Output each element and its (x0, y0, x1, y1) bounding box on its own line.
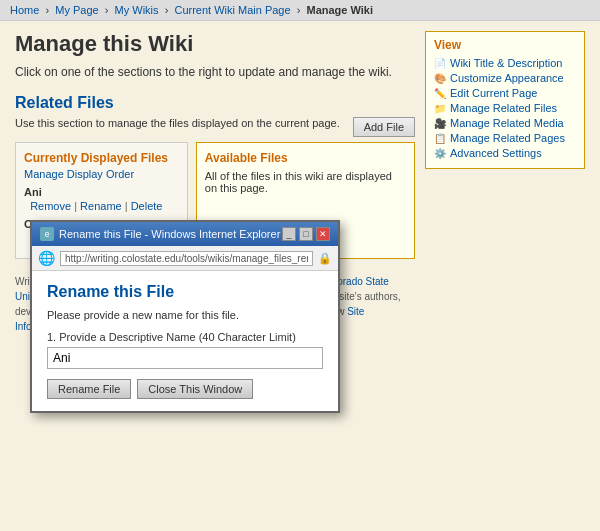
file-name-ani: Ani (24, 186, 179, 198)
document-icon: 📄 (434, 57, 446, 69)
sidebar-item-edit[interactable]: ✏️ Edit Current Page (434, 87, 576, 99)
file-actions-ani: Remove | Rename | Delete (24, 200, 179, 212)
edit-page-link[interactable]: Edit Current Page (450, 87, 537, 99)
popup-title-text: Rename this File - Windows Internet Expl… (59, 228, 280, 240)
current-files-title: Currently Displayed Files (24, 151, 179, 165)
breadcrumb-mypage[interactable]: My Page (55, 4, 98, 16)
popup-field-label: 1. Provide a Descriptive Name (40 Charac… (47, 331, 323, 343)
maximize-button[interactable]: □ (299, 227, 313, 241)
popup-content: Rename this File Please provide a new na… (32, 271, 338, 411)
popup-field-hint: (40 Character Limit) (199, 331, 296, 343)
section-intro: Use this section to manage the files dis… (15, 117, 340, 129)
close-window-button[interactable]: Close This Window (137, 379, 253, 399)
add-file-button[interactable]: Add File (353, 117, 415, 137)
paint-icon: 🎨 (434, 72, 446, 84)
manage-related-files-link[interactable]: Manage Related Files (450, 102, 557, 114)
manage-display-order-link[interactable]: Manage Display Order (24, 168, 179, 180)
breadcrumb: Home › My Page › My Wikis › Current Wiki… (0, 0, 600, 21)
view-panel: View 📄 Wiki Title & Description 🎨 Custom… (425, 31, 585, 169)
sidebar: View 📄 Wiki Title & Description 🎨 Custom… (425, 31, 585, 339)
popup-buttons: Rename File Close This Window (47, 379, 323, 399)
breadcrumb-home[interactable]: Home (10, 4, 39, 16)
breadcrumb-currentwiki[interactable]: Current Wiki Main Page (174, 4, 290, 16)
lock-icon: 🔒 (318, 252, 332, 265)
popup-titlebar-left: e Rename this File - Windows Internet Ex… (40, 227, 280, 241)
rename-ani-link[interactable]: Rename (80, 200, 122, 212)
page-title: Manage this Wiki (15, 31, 415, 57)
pages-icon: 📋 (434, 132, 446, 144)
advanced-settings-link[interactable]: Advanced Settings (450, 147, 542, 159)
close-button[interactable]: ✕ (316, 227, 330, 241)
breadcrumb-mywikis[interactable]: My Wikis (115, 4, 159, 16)
page-intro: Click on one of the sections to the righ… (15, 65, 415, 79)
gear-icon: ⚙️ (434, 147, 446, 159)
popup-dialog: e Rename this File - Windows Internet Ex… (30, 220, 340, 413)
breadcrumb-current: Manage Wiki (306, 4, 373, 16)
media-icon: 🎥 (434, 117, 446, 129)
remove-ani-link[interactable]: Remove (30, 200, 71, 212)
popup-titlebar: e Rename this File - Windows Internet Ex… (32, 222, 338, 246)
popup-dialog-desc: Please provide a new name for this file. (47, 309, 323, 321)
section-title: Related Files (15, 94, 415, 112)
manage-related-media-link[interactable]: Manage Related Media (450, 117, 564, 129)
folder-icon: 📁 (434, 102, 446, 114)
manage-related-pages-link[interactable]: Manage Related Pages (450, 132, 565, 144)
sidebar-item-related-media[interactable]: 🎥 Manage Related Media (434, 117, 576, 129)
main-page: Home › My Page › My Wikis › Current Wiki… (0, 0, 600, 531)
sidebar-item-customize[interactable]: 🎨 Customize Appearance (434, 72, 576, 84)
view-panel-title: View (434, 38, 576, 52)
popup-address-bar: 🌐 🔒 (32, 246, 338, 271)
popup-dialog-title: Rename this File (47, 283, 323, 301)
delete-ani-link[interactable]: Delete (131, 200, 163, 212)
available-files-message: All of the files in this wiki are displa… (205, 170, 406, 194)
minimize-button[interactable]: _ (282, 227, 296, 241)
sidebar-item-related-files[interactable]: 📁 Manage Related Files (434, 102, 576, 114)
customize-link[interactable]: Customize Appearance (450, 72, 564, 84)
popup-field-label-text: 1. Provide a Descriptive Name (47, 331, 196, 343)
sidebar-item-advanced[interactable]: ⚙️ Advanced Settings (434, 147, 576, 159)
available-files-title: Available Files (205, 151, 406, 165)
browser-icon: 🌐 (38, 250, 55, 266)
ie-icon: e (40, 227, 54, 241)
rename-input[interactable] (47, 347, 323, 369)
address-input[interactable] (60, 251, 313, 266)
sidebar-item-wiki-title[interactable]: 📄 Wiki Title & Description (434, 57, 576, 69)
sidebar-item-related-pages[interactable]: 📋 Manage Related Pages (434, 132, 576, 144)
edit-icon: ✏️ (434, 87, 446, 99)
popup-controls: _ □ ✕ (282, 227, 330, 241)
wiki-title-link[interactable]: Wiki Title & Description (450, 57, 562, 69)
rename-file-button[interactable]: Rename File (47, 379, 131, 399)
